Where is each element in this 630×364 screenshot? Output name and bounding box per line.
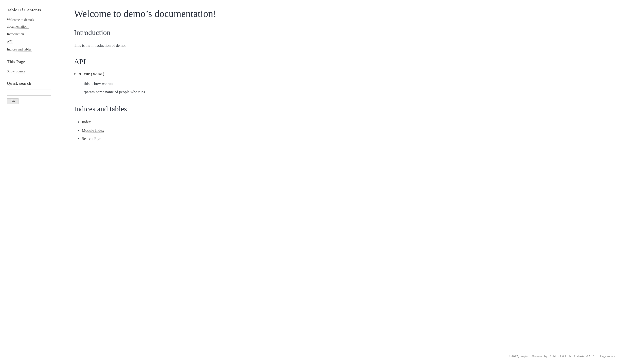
main-content: Welcome to demo’s documentation! Introdu… — [59, 0, 281, 349]
toc-link-indices[interactable]: Indices and tables — [7, 47, 32, 51]
page-title: Welcome to demo’s documentation! — [74, 8, 266, 20]
indices-item-search[interactable]: Search Page — [82, 135, 266, 142]
api-description: this is how we run — [84, 80, 266, 87]
toc-item-indices[interactable]: Indices and tables — [7, 46, 54, 52]
toc-title: Table Of Contents — [7, 7, 54, 13]
toc-item-api[interactable]: API — [7, 38, 54, 45]
toc-item-introduction[interactable]: Introduction — [7, 30, 54, 37]
footer-copyright: ©2017, preyta. — [509, 355, 528, 358]
indices-link-search[interactable]: Search Page — [82, 136, 101, 141]
footer-sphinx-link[interactable]: Sphinx 1.6.2 — [550, 355, 566, 358]
toc-link-welcome[interactable]: Welcome to demo's documentation! — [7, 18, 34, 28]
quick-search-title: Quick search — [7, 80, 54, 87]
indices-item-module[interactable]: Module Index — [82, 127, 266, 134]
indices-link-index[interactable]: Index — [82, 120, 91, 124]
this-page-title: This Page — [7, 59, 54, 65]
footer-ampersand: & — [569, 355, 571, 358]
introduction-text: This is the introduction of demo. — [74, 42, 266, 49]
show-source-link[interactable]: Show Source — [7, 69, 25, 73]
indices-section: Indices and tables Index Module Index Se… — [74, 103, 266, 142]
api-param-doc: :param name name of people who runs — [84, 89, 266, 95]
search-input[interactable] — [7, 89, 51, 95]
indices-list: Index Module Index Search Page — [82, 119, 266, 142]
show-source-container: Show Source — [7, 68, 54, 74]
introduction-heading: Introduction — [74, 26, 266, 38]
toc-item-welcome[interactable]: Welcome to demo's documentation! — [7, 16, 54, 29]
indices-item-index[interactable]: Index — [82, 119, 266, 125]
indices-link-module[interactable]: Module Index — [82, 128, 104, 133]
api-module-prefix: run. — [74, 72, 83, 77]
footer: ©2017, preyta. | Powered by Sphinx 1.6.2… — [59, 349, 630, 364]
footer-separator: | — [597, 355, 598, 358]
api-section: API run.run(name) this is how we run :pa… — [74, 56, 266, 95]
toc-link-introduction[interactable]: Introduction — [7, 32, 24, 36]
footer-alabaster-link[interactable]: Alabaster 0.7.10 — [573, 355, 594, 358]
api-heading: API — [74, 56, 266, 67]
go-button[interactable]: Go — [7, 98, 18, 104]
api-param-name: name — [93, 72, 102, 77]
footer-page-source-link[interactable]: Page source — [600, 355, 615, 358]
indices-heading: Indices and tables — [74, 103, 266, 115]
content-area: Welcome to demo’s documentation! Introdu… — [59, 0, 630, 364]
sidebar: Table Of Contents Welcome to demo's docu… — [0, 0, 59, 364]
api-function-name: run — [83, 72, 90, 77]
api-function-signature: run.run(name) — [74, 71, 266, 78]
toc-nav: Welcome to demo's documentation! Introdu… — [7, 16, 54, 53]
toc-link-api[interactable]: API — [7, 40, 12, 44]
footer-powered-by: | Powered by — [531, 355, 548, 358]
introduction-section: Introduction This is the introduction of… — [74, 26, 266, 49]
